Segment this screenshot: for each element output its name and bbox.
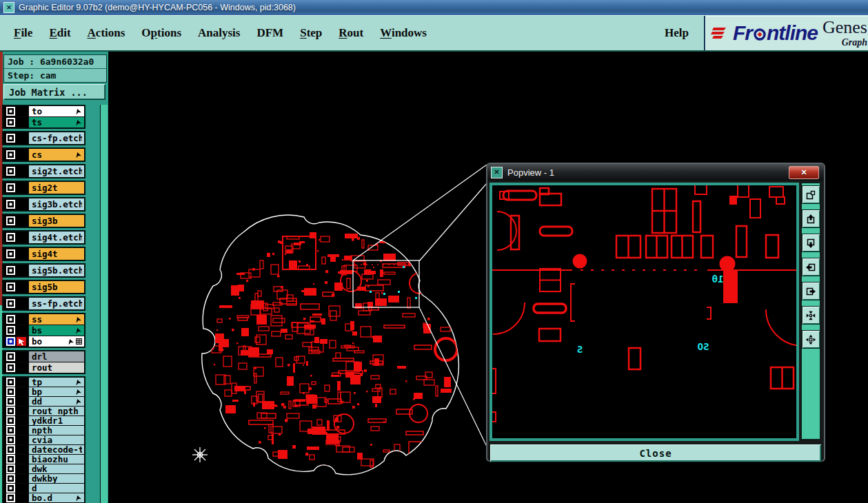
layer-label-bs[interactable]: bs xyxy=(28,325,84,336)
layer-checkbox-sig5b.etch[interactable] xyxy=(6,266,16,275)
layer-label-bo.d[interactable]: bo.d xyxy=(28,493,84,502)
layer-row-datecode-to[interactable]: datecode-to xyxy=(3,445,84,455)
layer-label-dwkby[interactable]: dwkby xyxy=(28,474,84,483)
layer-row-cs-fp.etch[interactable]: cs-fp.etch xyxy=(3,132,84,144)
layer-label-sig2t.etch[interactable]: sig2t.etch xyxy=(28,165,84,177)
layer-row-sig5b.etch[interactable]: sig5b.etch xyxy=(3,265,84,276)
layer-checkbox-cs[interactable] xyxy=(6,150,16,159)
menu-item-file[interactable]: File xyxy=(6,23,41,43)
layer-row-sig2t.etch[interactable]: sig2t.etch xyxy=(3,165,84,177)
layer-checkbox-sig4t.etch[interactable] xyxy=(6,233,16,242)
layer-row-bp[interactable]: bp xyxy=(3,387,84,397)
layer-row-sig4t.etch[interactable]: sig4t.etch xyxy=(3,232,84,243)
layer-row-bo.d[interactable]: bo.d xyxy=(3,493,84,503)
layer-checkbox-dwkby[interactable] xyxy=(6,474,16,483)
open-window-button[interactable] xyxy=(802,185,820,204)
layer-label-sig5b[interactable]: sig5b xyxy=(28,281,84,293)
layer-row-to[interactable]: to xyxy=(3,106,84,117)
layer-label-sig4t[interactable]: sig4t xyxy=(28,248,84,260)
layer-label-cs[interactable]: cs xyxy=(28,149,84,161)
layer-row-dwk[interactable]: dwk xyxy=(3,464,84,474)
layer-checkbox-bo[interactable] xyxy=(6,337,16,346)
menu-item-analysis[interactable]: Analysis xyxy=(190,23,248,43)
layer-checkbox-ydkdr1[interactable] xyxy=(6,416,16,425)
menu-item-options[interactable]: Options xyxy=(133,23,190,43)
menu-item-rout[interactable]: Rout xyxy=(330,23,372,43)
layer-row-ss[interactable]: ss xyxy=(3,314,84,325)
layer-checkbox-sig2t.etch[interactable] xyxy=(6,167,16,176)
menu-item-windows[interactable]: Windows xyxy=(372,23,435,43)
layer-row-sig3b.etch[interactable]: sig3b.etch xyxy=(3,198,84,210)
popview-titlebar[interactable]: ✕ Popview - 1 ✕ xyxy=(487,164,824,181)
layer-label-d[interactable]: d xyxy=(28,484,84,493)
layer-checkbox-sig2t[interactable] xyxy=(6,183,16,192)
menu-item-edit[interactable]: Edit xyxy=(41,23,79,43)
menu-item-help[interactable]: Help xyxy=(655,23,698,43)
zoom-in-button[interactable] xyxy=(802,306,820,325)
layer-row-npth[interactable]: npth xyxy=(3,426,84,435)
layer-row-tp[interactable]: tp xyxy=(3,378,84,387)
graphic-canvas[interactable]: ✕ Popview - 1 ✕ xyxy=(108,52,868,503)
layer-checkbox-to[interactable] xyxy=(6,107,16,116)
layer-row-sig4t[interactable]: sig4t xyxy=(3,248,84,260)
layer-checkbox-rout_npth_la[interactable] xyxy=(6,407,16,415)
layer-row-bs[interactable]: bs xyxy=(3,325,84,336)
layer-checkbox-ss[interactable] xyxy=(6,315,16,324)
layer-label-ts[interactable]: ts xyxy=(28,117,84,127)
layer-label-sig5b.etch[interactable]: sig5b.etch xyxy=(28,265,84,276)
layer-label-npth[interactable]: npth xyxy=(28,426,84,435)
layer-label-rout_npth_la[interactable]: rout_npth_la xyxy=(28,407,84,415)
layer-label-dwk[interactable]: dwk xyxy=(28,464,84,473)
layer-label-rout[interactable]: rout xyxy=(28,362,84,373)
layer-row-d[interactable]: d xyxy=(3,484,84,493)
popview-canvas[interactable]: S SO 1θ xyxy=(492,185,796,438)
layer-checkbox-dwk[interactable] xyxy=(6,464,16,473)
layer-label-sig4t.etch[interactable]: sig4t.etch xyxy=(28,232,84,243)
layer-row-sig3b[interactable]: sig3b xyxy=(3,215,84,227)
layer-label-sig3b[interactable]: sig3b xyxy=(28,215,84,227)
layer-checkbox-dd[interactable] xyxy=(6,397,16,406)
pan-down-button[interactable] xyxy=(802,234,820,252)
pan-right-button[interactable] xyxy=(802,282,820,300)
pan-up-button[interactable] xyxy=(802,209,820,228)
layer-checkbox-d[interactable] xyxy=(6,484,16,493)
layer-label-bo[interactable]: bo xyxy=(28,336,84,347)
layer-label-ydkdr1[interactable]: ydkdr1 xyxy=(28,416,84,425)
layer-row-dd[interactable]: dd xyxy=(3,397,84,407)
layer-checkbox-bs[interactable] xyxy=(6,326,16,335)
layer-label-dd[interactable]: dd xyxy=(28,397,84,406)
layer-label-to[interactable]: to xyxy=(28,106,84,116)
layer-checkbox-tp[interactable] xyxy=(6,378,16,387)
layer-checkbox-sig4t[interactable] xyxy=(6,249,16,258)
layer-checkbox-bp[interactable] xyxy=(6,387,16,396)
layer-checkbox-npth[interactable] xyxy=(6,426,16,435)
layer-label-datecode-to[interactable]: datecode-to xyxy=(28,445,84,454)
app-titlebar[interactable]: ✕ Graphic Editor 9.07b2 (demo@HY-HYCAM-P… xyxy=(0,0,868,15)
layer-label-cvia[interactable]: cvia xyxy=(28,435,84,444)
layer-list-scrollbar[interactable] xyxy=(100,105,108,503)
active-layer-cursor-icon[interactable] xyxy=(17,337,26,346)
menu-item-dfm[interactable]: DFM xyxy=(248,23,292,43)
layer-checkbox-cvia[interactable] xyxy=(6,435,16,444)
layer-row-dwkby[interactable]: dwkby xyxy=(3,474,84,484)
layer-checkbox-datecode-to[interactable] xyxy=(6,445,16,454)
layer-row-sig5b[interactable]: sig5b xyxy=(3,281,84,293)
zoom-out-button[interactable] xyxy=(802,330,820,349)
layer-label-ss-fp.etch[interactable]: ss-fp.etch xyxy=(28,298,84,309)
layer-checkbox-ts[interactable] xyxy=(6,118,16,127)
layer-label-bp[interactable]: bp xyxy=(28,387,84,396)
layer-checkbox-sig3b[interactable] xyxy=(6,216,16,225)
layer-label-drl[interactable]: drl xyxy=(28,351,84,362)
layer-label-ss[interactable]: ss xyxy=(28,314,84,325)
layer-checkbox-cs-fp.etch[interactable] xyxy=(6,134,16,143)
layer-checkbox-biaozhu[interactable] xyxy=(6,455,16,464)
popview-close-x-button[interactable]: ✕ xyxy=(789,166,819,179)
layer-checkbox-rout[interactable] xyxy=(6,363,16,372)
layer-label-biaozhu[interactable]: biaozhu xyxy=(28,455,84,464)
layer-checkbox-ss-fp.etch[interactable] xyxy=(6,299,16,308)
menu-item-step[interactable]: Step xyxy=(292,23,330,43)
layer-row-drl[interactable]: drl xyxy=(3,351,84,362)
layer-row-rout[interactable]: rout xyxy=(3,362,84,373)
layer-checkbox-sig5b[interactable] xyxy=(6,283,16,291)
pan-left-button[interactable] xyxy=(802,258,820,276)
